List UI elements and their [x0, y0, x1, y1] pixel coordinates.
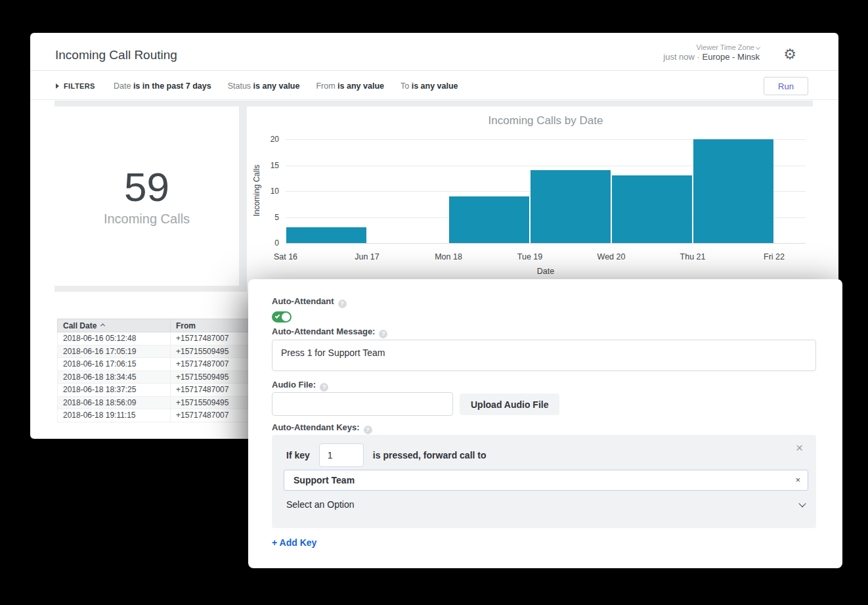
cell-call-date[interactable]: 2018-06-18 18:37:25: [58, 384, 171, 397]
chart-bar-mon-18[interactable]: [449, 196, 529, 243]
x-tick-label: Tue 19: [517, 252, 542, 261]
help-icon[interactable]: ?: [364, 426, 372, 434]
refreshed-ago: just now: [663, 52, 695, 62]
filter-value: is any value: [251, 81, 299, 91]
auto-attendant-label: Auto-Attendant?: [272, 296, 347, 308]
x-tick-label: Jun 17: [355, 252, 380, 261]
is-pressed-text: is pressed, forward call to: [373, 450, 487, 460]
y-tick-label: 10: [271, 187, 279, 196]
filter-item[interactable]: From is any value: [316, 81, 384, 91]
chevron-down-icon: [798, 500, 806, 507]
x-tick-label: Mon 18: [435, 252, 462, 261]
y-tick-label: 15: [271, 161, 279, 170]
cell-call-date[interactable]: 2018-06-18 18:56:09: [58, 396, 171, 409]
filter-field: Status: [228, 81, 251, 91]
audio-file-input[interactable]: [272, 392, 453, 416]
key-rule-panel: If key is pressed, forward call to × Sup…: [272, 435, 816, 528]
y-axis-ticks: 05101520: [259, 139, 279, 243]
run-button[interactable]: Run: [764, 77, 808, 95]
forward-target-value: Support Team: [293, 470, 355, 490]
help-icon[interactable]: ?: [320, 383, 328, 392]
chart-bar-thu-21[interactable]: [693, 139, 773, 243]
filter-item[interactable]: Date is in the past 7 days: [114, 81, 211, 91]
key-number-input[interactable]: [319, 443, 364, 467]
page-title: Incoming Call Routing: [55, 48, 177, 62]
cell-call-date[interactable]: 2018-06-16 05:12:48: [58, 332, 171, 346]
dot-separator: ·: [697, 52, 700, 62]
stat-tile: 59 Incoming Calls: [54, 106, 239, 286]
y-tick-label: 20: [271, 135, 279, 144]
auto-attendant-panel: Auto-Attendant? Auto-Attendant Message:?…: [248, 279, 842, 568]
timezone-label: Viewer Time Zone: [663, 43, 760, 51]
if-key-text: If key: [286, 450, 310, 460]
x-tick-label: Thu 21: [680, 252, 706, 261]
chart-plot-area: [286, 139, 806, 243]
stat-label: Incoming Calls: [104, 212, 190, 227]
filter-value: is in the past 7 days: [131, 81, 211, 91]
x-tick-label: Sat 16: [274, 252, 297, 261]
x-tick-label: Fri 22: [764, 252, 785, 261]
filters-bar: FILTERS Date is in the past 7 daysStatus…: [30, 70, 838, 100]
auto-attendant-toggle[interactable]: [272, 311, 292, 323]
filter-items: Date is in the past 7 daysStatus is any …: [114, 71, 458, 101]
audio-file-label: Audio File:?: [272, 380, 328, 392]
toggle-knob: [282, 313, 290, 321]
chart-title: Incoming Calls by Date: [286, 114, 806, 127]
x-tick-label: Wed 20: [597, 252, 626, 261]
y-tick-label: 0: [274, 238, 279, 248]
help-icon[interactable]: ?: [338, 300, 347, 308]
sort-asc-icon: [100, 323, 105, 328]
chart-bar-tue-19[interactable]: [531, 170, 611, 243]
chart-bar-wed-20[interactable]: [612, 175, 692, 243]
y-tick-label: 5: [274, 213, 279, 222]
gridline: [286, 243, 806, 244]
option-select[interactable]: Select an Option: [286, 497, 808, 514]
remove-key-button[interactable]: ×: [796, 441, 803, 454]
chevron-down-icon: [756, 45, 760, 50]
filter-field: From: [316, 81, 335, 91]
x-axis-ticks: Sat 16Jun 17Mon 18Tue 19Wed 20Thu 21Fri …: [286, 252, 806, 263]
help-icon[interactable]: ?: [379, 330, 387, 338]
cell-call-date[interactable]: 2018-06-18 19:11:15: [58, 409, 171, 422]
add-key-link[interactable]: + Add Key: [272, 537, 316, 548]
filter-value: is any value: [336, 81, 384, 91]
check-icon: [275, 313, 280, 319]
timezone-selector[interactable]: Viewer Time Zone just now · Europe - Min…: [663, 43, 760, 62]
timezone-value: Europe - Minsk: [703, 52, 760, 62]
column-header-call-date[interactable]: Call Date: [58, 319, 171, 332]
upload-audio-button[interactable]: Upload Audio File: [460, 393, 559, 415]
clear-selection-icon[interactable]: ×: [795, 470, 800, 490]
filter-item[interactable]: Status is any value: [228, 81, 300, 91]
filter-value: is any value: [409, 81, 458, 91]
keys-label: Auto-Attendant Keys:?: [272, 422, 372, 434]
x-axis-title: Date: [286, 267, 806, 276]
filter-field: To: [401, 81, 409, 91]
chart-bar-sat-16[interactable]: [286, 227, 366, 243]
gear-icon[interactable]: ⚙: [783, 47, 796, 62]
stat-value: 59: [124, 166, 169, 208]
message-label: Auto-Attendant Message:?: [272, 326, 387, 338]
cell-call-date[interactable]: 2018-06-18 18:34:45: [58, 370, 171, 384]
cell-call-date[interactable]: 2018-06-16 17:05:19: [58, 345, 171, 358]
cell-call-date[interactable]: 2018-06-16 17:06:15: [58, 358, 171, 371]
forward-target-select[interactable]: Support Team ×: [284, 470, 808, 491]
triangle-right-icon: [56, 83, 59, 89]
filter-item[interactable]: To is any value: [401, 81, 458, 91]
filters-toggle[interactable]: FILTERS: [56, 71, 95, 101]
message-textarea[interactable]: Press 1 for Support Team: [272, 340, 816, 371]
filter-field: Date: [114, 81, 131, 91]
